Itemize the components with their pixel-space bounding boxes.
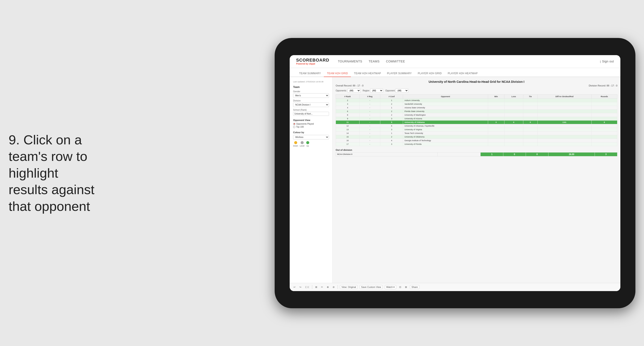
- tab-player-summary[interactable]: PLAYER SUMMARY: [384, 70, 415, 77]
- view-original-btn[interactable]: View: Original: [340, 285, 358, 289]
- region-label: Region: [363, 89, 370, 92]
- toolbar-icon-6[interactable]: ⊞: [404, 285, 408, 289]
- filter-row: Opponents: (All) Region (All): [336, 89, 617, 93]
- col-tie: Tie: [523, 94, 538, 98]
- toolbar-divider-1: [312, 285, 312, 289]
- division-record: Division Record: 88 - 17 - 0: [589, 84, 617, 87]
- region-filter: Region (All): [363, 89, 383, 93]
- legend-down-dot: [294, 141, 297, 144]
- table-row[interactable]: 4-1Arizona State University: [336, 106, 617, 109]
- out-division-spacer: [438, 152, 480, 156]
- top-100-label: Top 100: [296, 126, 304, 128]
- table-row[interactable]: 16-4Georgia Institute of Technology: [336, 139, 617, 142]
- toolbar-icon-2[interactable]: ✂: [320, 285, 324, 289]
- division-label: Division: [293, 99, 329, 102]
- logo-scoreboard: SCOREBOARD: [296, 58, 329, 63]
- toolbar-icon-4[interactable]: ⊘: [332, 285, 336, 289]
- opponent-select[interactable]: (All): [396, 89, 408, 93]
- colour-legend: Down Level Up: [293, 141, 329, 147]
- table-row[interactable]: 14-1Texas Tech University: [336, 131, 617, 135]
- col-loss: Loss: [504, 94, 523, 98]
- opponents-played-option[interactable]: Opponents Played: [293, 123, 329, 125]
- h2h-table: # Rank # Reg # Conf Opponent Win Loss Ti…: [336, 94, 617, 146]
- last-updated: Last Updated: 27/03/2024 16:55:38: [293, 80, 329, 83]
- scene: 9. Click on a team's row to highlight re…: [0, 0, 644, 346]
- tab-player-h2h-heatmap[interactable]: PLAYER H2H HEATMAP: [445, 70, 481, 77]
- legend-level: Level: [300, 141, 304, 147]
- legend-up: Up: [306, 141, 309, 147]
- colour-by-select[interactable]: Win/loss: [293, 135, 329, 139]
- table-row[interactable]: 9-3University of Arizona: [336, 117, 617, 120]
- opponent-label: Opponent: [385, 89, 395, 92]
- nav-tournaments[interactable]: TOURNAMENTS: [338, 58, 362, 64]
- region-select[interactable]: (All): [370, 89, 383, 93]
- top-100-radio[interactable]: [293, 126, 295, 128]
- nav-teams[interactable]: TEAMS: [369, 58, 380, 64]
- top-navigation: SCOREBOARD Powered by clippd TOURNAMENTS…: [290, 55, 620, 68]
- gender-select[interactable]: Men's: [293, 93, 329, 98]
- table-row[interactable]: 17-3University of Florida: [336, 142, 617, 146]
- table-row[interactable]: 12-6University of Arkansas, Fayetteville: [336, 124, 617, 128]
- table-header-row: # Rank # Reg # Conf Opponent Win Loss Ti…: [336, 94, 617, 98]
- table-row[interactable]: 11-5University of Alabama3002.618: [336, 120, 617, 124]
- colour-by-title: Colour by: [293, 131, 329, 134]
- out-division-loss: 0: [503, 152, 526, 156]
- sign-out-button[interactable]: Sign out: [602, 58, 614, 64]
- opponents-label: Opponents:: [336, 89, 347, 92]
- tab-team-h2h-grid[interactable]: TEAM H2H GRID: [324, 70, 351, 77]
- opponents-played-label: Opponents Played: [296, 123, 314, 125]
- division-select[interactable]: NCAA Division I: [293, 102, 329, 107]
- table-row[interactable]: 13-3University of Virginia: [336, 128, 617, 131]
- overall-record: Overall Record: 89 - 17 - 0: [336, 84, 364, 87]
- out-division-table: NCAA Division II 1 0 0 26.00 3: [336, 152, 617, 156]
- powered-by-text: Powered by: [296, 63, 308, 65]
- toolbar-icon-5[interactable]: ⊡: [398, 285, 402, 289]
- out-division-row[interactable]: NCAA Division II 1 0 0 26.00 3: [336, 152, 617, 156]
- divider-pipe: |: [600, 60, 600, 63]
- out-division-diff: 26.00: [548, 152, 595, 156]
- toolbar-icon-1[interactable]: ⊞: [314, 285, 318, 289]
- step-number: 9.: [8, 132, 20, 147]
- opponents-select[interactable]: (All): [348, 89, 360, 93]
- watch-btn[interactable]: Watch ▾: [385, 285, 396, 289]
- sidebar: Last Updated: 27/03/2024 16:55:38 Team G…: [290, 77, 333, 283]
- legend-up-dot: [306, 141, 309, 144]
- school-display[interactable]: University of Nort...: [293, 112, 329, 116]
- tab-team-h2h-heatmap[interactable]: TEAM H2H HEATMAP: [351, 70, 384, 77]
- opponents-played-radio[interactable]: [293, 123, 295, 125]
- sub-navigation: TEAM SUMMARY TEAM H2H GRID TEAM H2H HEAT…: [290, 68, 620, 77]
- col-reg: # Reg: [360, 94, 380, 98]
- redo-btn[interactable]: ↪: [298, 285, 302, 289]
- col-opponent: Opponent: [403, 94, 488, 98]
- nav-items: TOURNAMENTS TEAMS COMMITTEE: [338, 58, 600, 64]
- tab-player-h2h-grid[interactable]: PLAYER H2H GRID: [415, 70, 445, 77]
- table-row[interactable]: 8-2University of Washington: [336, 113, 617, 117]
- brand-name: clippd: [309, 63, 315, 65]
- save-custom-btn[interactable]: Save Custom View: [360, 285, 383, 289]
- main-content: Last Updated: 27/03/2024 16:55:38 Team G…: [290, 77, 620, 283]
- opponent-view-title: Opponent View: [293, 119, 329, 121]
- share-btn[interactable]: Share: [410, 285, 419, 289]
- team-section-title: Team: [293, 86, 329, 89]
- toolbar-divider-2: [338, 285, 338, 289]
- out-of-division-title: Out of division: [336, 149, 617, 151]
- opponent-filter: Opponent (All): [385, 89, 408, 93]
- top-100-option[interactable]: Top 100: [293, 126, 329, 128]
- undo-btn[interactable]: ↩: [293, 285, 296, 289]
- legend-level-dot: [301, 141, 304, 144]
- table-row[interactable]: 2-1Auburn University: [336, 98, 617, 102]
- tab-team-summary[interactable]: TEAM SUMMARY: [296, 70, 324, 77]
- logo-powered: Powered by clippd: [296, 63, 329, 65]
- table-row[interactable]: 3-2Vanderbilt University: [336, 102, 617, 106]
- nav-committee[interactable]: COMMITTEE: [386, 58, 405, 64]
- table-row[interactable]: 15-2University of Oklahoma: [336, 135, 617, 139]
- toolbar-icon-3[interactable]: ⊕: [326, 285, 330, 289]
- legend-down: Down: [293, 141, 298, 147]
- out-division-win: 1: [480, 152, 503, 156]
- tablet-device: SCOREBOARD Powered by clippd TOURNAMENTS…: [275, 38, 636, 308]
- table-row[interactable]: 6-2Florida State University: [336, 109, 617, 113]
- out-division-label: NCAA Division II: [336, 152, 438, 156]
- col-diff: Diff Av Strokes/Rnd: [538, 94, 592, 98]
- school-label: School (Rank): [293, 109, 329, 111]
- history-back-btn[interactable]: ⟨ ⟩ ⟨: [304, 285, 310, 289]
